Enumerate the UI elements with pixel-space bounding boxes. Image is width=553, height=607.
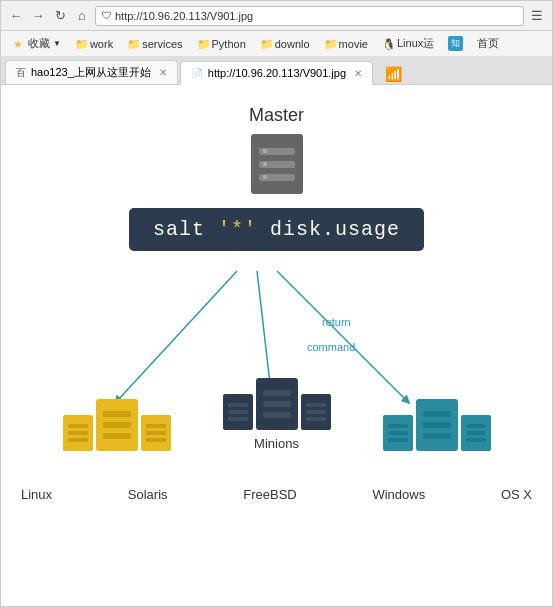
os-labels: Linux Solaris FreeBSD Windows OS X	[11, 481, 542, 502]
bookmark-label: Python	[212, 38, 246, 50]
server-large	[256, 378, 298, 430]
minion-freebsd: Minions	[222, 378, 332, 451]
bookmark-work[interactable]: 📁 work	[69, 36, 119, 52]
tab-title: http://10.96.20.113/V901.jpg	[208, 67, 346, 79]
server-row-2	[259, 161, 295, 168]
folder-icon: 📁	[127, 38, 139, 50]
tab-favicon: 百	[16, 66, 26, 80]
server-small	[383, 415, 413, 451]
mobile-icon[interactable]: 📶	[379, 64, 408, 84]
bookmark-label: Linux运	[397, 36, 434, 51]
server-row	[263, 401, 291, 407]
bookmark-label: 收藏	[28, 36, 50, 51]
bookmark-home[interactable]: 首页	[471, 34, 505, 53]
server-row	[228, 403, 248, 407]
server-row	[103, 411, 131, 417]
tab-close-icon[interactable]: ✕	[159, 67, 167, 78]
zhi-badge: 知	[448, 36, 463, 51]
bookmark-zhi[interactable]: 知	[442, 34, 469, 53]
bookmark-linux[interactable]: 🐧 Linux运	[376, 34, 440, 53]
server-row	[388, 431, 408, 435]
folder-icon: 📁	[260, 38, 272, 50]
server-small	[301, 394, 331, 430]
mobile-badge: 📶	[385, 66, 402, 82]
server-row	[388, 438, 408, 442]
cmd-salt: salt	[153, 218, 218, 241]
server-row	[423, 422, 451, 428]
server-large	[96, 399, 138, 451]
command-box: salt '*' disk.usage	[129, 208, 424, 251]
server-row	[263, 412, 291, 418]
server-box	[251, 134, 303, 194]
content-area: Master salt '*' disk.usage	[1, 85, 552, 606]
tab-close-icon[interactable]: ✕	[354, 68, 362, 79]
os-label-solaris: Solaris	[128, 487, 168, 502]
server-row	[146, 424, 166, 428]
server-row	[388, 424, 408, 428]
bookmark-label: downlo	[275, 38, 310, 50]
home-button[interactable]: ⌂	[73, 7, 91, 25]
server-row	[103, 433, 131, 439]
address-text: http://10.96.20.113/V901.jpg	[115, 10, 253, 22]
server-row	[68, 424, 88, 428]
menu-button[interactable]: ☰	[528, 7, 546, 25]
server-small	[63, 415, 93, 451]
server-large	[416, 399, 458, 451]
os-label-osx: OS X	[501, 487, 532, 502]
bookmark-label: services	[142, 38, 182, 50]
svg-text:return: return	[322, 316, 351, 328]
folder-icon: 📁	[324, 38, 336, 50]
reload-button[interactable]: ↻	[51, 7, 69, 25]
forward-button[interactable]: →	[29, 7, 47, 25]
server-small	[141, 415, 171, 451]
svg-text:command: command	[307, 341, 355, 353]
dropdown-icon: ▼	[53, 39, 61, 48]
star-icon: ★	[13, 38, 25, 50]
bookmark-downlo[interactable]: 📁 downlo	[254, 36, 316, 52]
master-label: Master	[249, 105, 304, 126]
diagram-area: return command	[37, 261, 517, 481]
browser-frame: ← → ↻ ⌂ 🛡 http://10.96.20.113/V901.jpg ☰…	[0, 0, 553, 607]
server-row	[423, 411, 451, 417]
minion-windows	[382, 399, 492, 451]
bookmark-favorites[interactable]: ★ 收藏 ▼	[7, 34, 67, 53]
master-server	[251, 134, 303, 194]
server-row	[228, 410, 248, 414]
server-row	[306, 417, 326, 421]
server-row	[466, 438, 486, 442]
minions-title: Minions	[254, 436, 299, 451]
linux-icon: 🐧	[382, 38, 394, 50]
server-small	[223, 394, 253, 430]
os-label-windows: Windows	[372, 487, 425, 502]
cmd-rest: disk.usage	[257, 218, 400, 241]
bookmark-label: movie	[339, 38, 368, 50]
server-small	[461, 415, 491, 451]
lock-icon: 🛡	[102, 10, 112, 21]
server-row	[306, 410, 326, 414]
server-row-1	[259, 148, 295, 155]
bookmark-label: work	[90, 38, 113, 50]
server-row-3	[259, 174, 295, 181]
server-row	[466, 424, 486, 428]
server-row	[68, 438, 88, 442]
server-row	[466, 431, 486, 435]
server-row	[146, 431, 166, 435]
address-bar[interactable]: 🛡 http://10.96.20.113/V901.jpg	[95, 6, 524, 26]
bookmark-services[interactable]: 📁 services	[121, 36, 188, 52]
tab-favicon: 📄	[191, 68, 203, 79]
server-row	[263, 390, 291, 396]
tab-title: hao123_上网从这里开始	[31, 65, 151, 80]
minions-row: Minions	[37, 378, 517, 451]
tab-image[interactable]: 📄 http://10.96.20.113/V901.jpg ✕	[180, 61, 373, 85]
tab-hao123[interactable]: 百 hao123_上网从这里开始 ✕	[5, 60, 178, 84]
server-row	[68, 431, 88, 435]
bookmark-label: 首页	[477, 36, 499, 51]
bookmark-movie[interactable]: 📁 movie	[318, 36, 374, 52]
server-row	[423, 433, 451, 439]
bookmark-python[interactable]: 📁 Python	[191, 36, 252, 52]
os-label-freebsd: FreeBSD	[243, 487, 296, 502]
tab-bar: 百 hao123_上网从这里开始 ✕ 📄 http://10.96.20.113…	[1, 57, 552, 85]
server-row	[103, 422, 131, 428]
minion-linux	[62, 399, 172, 451]
back-button[interactable]: ←	[7, 7, 25, 25]
